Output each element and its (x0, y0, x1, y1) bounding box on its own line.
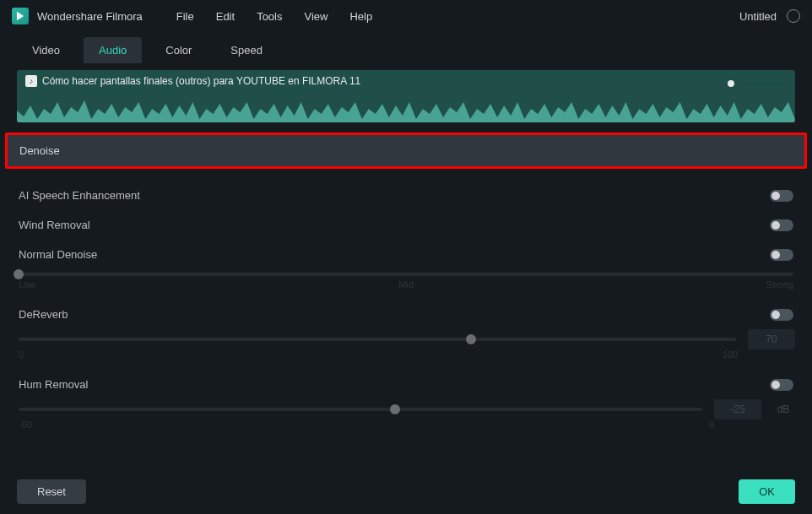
normal-slider-strong: Strong (766, 279, 793, 289)
section-denoise-header[interactable]: Denoise (5, 133, 807, 169)
ai-speech-toggle[interactable] (770, 190, 793, 202)
dereverb-max: 100 (723, 349, 738, 360)
app-logo (12, 8, 29, 24)
dereverb-value[interactable]: 70 (748, 329, 795, 349)
app-name: Wondershare Filmora (37, 10, 143, 23)
ok-button[interactable]: OK (739, 479, 795, 504)
ai-speech-label: AI Speech Enhancement (19, 189, 140, 202)
sync-icon[interactable] (787, 9, 800, 23)
option-ai-speech: AI Speech Enhancement (17, 181, 795, 210)
hum-min: -60 (19, 419, 32, 430)
dereverb-min: 0 (19, 349, 24, 360)
hum-removal-value[interactable]: -25 (714, 399, 761, 419)
normal-denoise-toggle[interactable] (770, 249, 793, 261)
hum-removal-label: Hum Removal (19, 378, 88, 391)
menu-view[interactable]: View (304, 10, 328, 23)
titlebar: Wondershare Filmora File Edit Tools View… (0, 0, 812, 32)
clip-title: Cómo hacer pantallas finales (outros) pa… (42, 75, 360, 87)
audio-clip-preview[interactable]: ♪ Cómo hacer pantallas finales (outros) … (17, 70, 795, 122)
title-right: Untitled (739, 9, 800, 23)
option-hum-removal: Hum Removal -25 dB -60 0 (17, 370, 795, 430)
normal-slider-low: Low (19, 279, 35, 289)
hum-removal-unit: dB (771, 403, 795, 415)
wind-removal-label: Wind Removal (19, 219, 90, 231)
hum-max: 0 (709, 419, 714, 430)
dereverb-label: DeReverb (19, 308, 68, 321)
hum-removal-toggle[interactable] (770, 379, 793, 391)
menu-tools[interactable]: Tools (257, 10, 282, 23)
menu-edit[interactable]: Edit (216, 10, 235, 23)
option-normal-denoise: Normal Denoise Low Mid Strong (17, 240, 795, 289)
reset-button[interactable]: Reset (17, 479, 86, 504)
volume-knob-icon (726, 78, 736, 89)
menu-bar: File Edit Tools View Help (176, 10, 372, 23)
normal-denoise-slider[interactable] (19, 273, 793, 276)
option-wind-removal: Wind Removal (17, 210, 795, 240)
project-title: Untitled (739, 10, 777, 23)
dereverb-toggle[interactable] (770, 309, 793, 321)
wind-removal-toggle[interactable] (770, 219, 793, 231)
tab-audio[interactable]: Audio (84, 37, 142, 63)
menu-file[interactable]: File (176, 10, 194, 23)
menu-help[interactable]: Help (349, 10, 372, 23)
volume-line (741, 83, 783, 84)
tab-video[interactable]: Video (17, 37, 75, 63)
panel-body: ♪ Cómo hacer pantallas finales (outros) … (0, 63, 812, 430)
normal-denoise-label: Normal Denoise (19, 248, 97, 261)
clip-volume-control[interactable] (726, 78, 783, 89)
panel-footer: Reset OK (17, 479, 795, 504)
normal-slider-mid: Mid (398, 279, 414, 289)
music-icon: ♪ (25, 75, 37, 87)
hum-removal-slider[interactable] (19, 408, 702, 411)
property-tabs: Video Audio Color Speed (0, 32, 812, 63)
option-dereverb: DeReverb 70 0 100 (17, 300, 795, 360)
tab-color[interactable]: Color (150, 37, 207, 63)
dereverb-slider[interactable] (19, 338, 736, 341)
tab-speed[interactable]: Speed (215, 37, 278, 63)
